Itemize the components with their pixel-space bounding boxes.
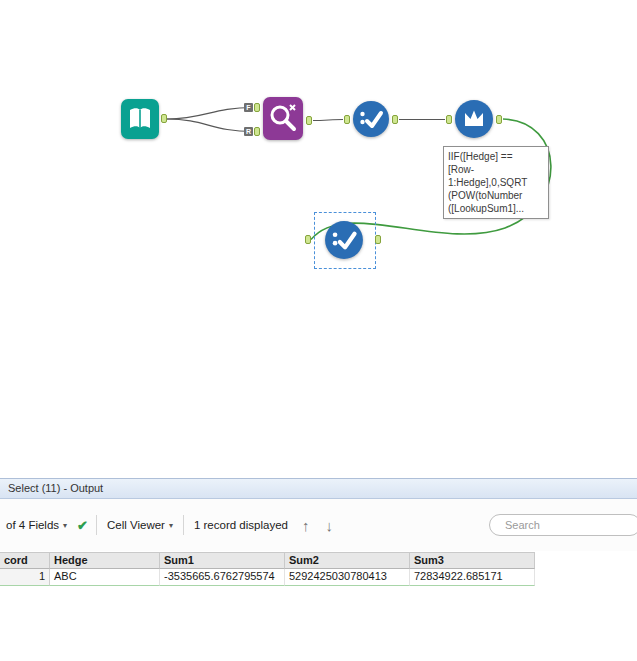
cell-sum3[interactable]: 72834922.685171	[410, 569, 535, 586]
chevron-down-icon: ▾	[169, 521, 173, 530]
tool-select[interactable]	[352, 100, 390, 142]
tool-select-output[interactable]	[324, 220, 364, 264]
anchor-label-f: F	[244, 103, 253, 112]
next-record-arrow-icon[interactable]: ↓	[317, 517, 341, 534]
anchor-select-output[interactable]	[392, 115, 398, 124]
find-replace-icon	[262, 95, 304, 142]
anchor-findreplace-r-input[interactable]	[254, 127, 260, 136]
anchor-output-select-output[interactable]	[375, 235, 381, 244]
results-panel-title: Select (11) - Output	[0, 479, 637, 499]
record-count-label: 1 record displayed	[188, 519, 294, 531]
select-output-icon	[324, 220, 364, 260]
tool-input-data[interactable]	[120, 97, 160, 145]
fields-dropdown-label: of 4 Fields	[6, 519, 59, 531]
tool-find-replace[interactable]	[262, 95, 304, 146]
chevron-down-icon: ▾	[63, 521, 67, 530]
column-header-sum2[interactable]: Sum2	[285, 552, 410, 569]
multi-row-formula-icon	[454, 99, 494, 139]
wire-findreplace-to-select	[313, 120, 343, 121]
column-header-sum1[interactable]: Sum1	[160, 552, 285, 569]
column-header-record[interactable]: cord	[0, 552, 50, 569]
wire-input-to-r	[167, 119, 253, 132]
grid-header-row: cord Hedge Sum1 Sum2 Sum3	[0, 552, 535, 569]
anchor-label-r: R	[244, 127, 253, 136]
wire-input-to-f	[167, 108, 253, 120]
tool-multi-row-formula[interactable]	[454, 99, 494, 143]
anchor-input-output[interactable]	[161, 114, 167, 123]
anchor-multirow-output[interactable]	[496, 115, 502, 124]
previous-record-arrow-icon[interactable]: ↑	[294, 517, 318, 534]
cell-hedge[interactable]: ABC	[50, 569, 160, 586]
table-row[interactable]: 1 ABC -3535665.6762795574 52924250307804…	[0, 569, 535, 586]
formula-annotation: IIF([Hedge] == [Row- 1:Hedge],0,SQRT (PO…	[443, 146, 549, 219]
select-icon	[352, 100, 390, 138]
cell-record-number[interactable]: 1	[0, 569, 50, 586]
cell-viewer-dropdown[interactable]: Cell Viewer ▾	[101, 519, 179, 531]
fields-dropdown[interactable]: of 4 Fields ▾	[0, 519, 73, 531]
search-input[interactable]	[503, 518, 637, 532]
toolbar-divider	[96, 515, 97, 535]
results-panel: Select (11) - Output of 4 Fields ▾ ✔ Cel…	[0, 478, 637, 661]
search-box[interactable]	[489, 514, 637, 536]
column-header-hedge[interactable]: Hedge	[50, 552, 160, 569]
input-data-icon	[120, 97, 160, 141]
results-grid: cord Hedge Sum1 Sum2 Sum3 1 ABC -3535665…	[0, 552, 535, 586]
cell-sum2[interactable]: 5292425030780413	[285, 569, 410, 586]
anchor-select-input[interactable]	[344, 115, 350, 124]
anchor-multirow-input[interactable]	[446, 115, 452, 124]
results-toolbar: of 4 Fields ▾ ✔ Cell Viewer ▾ 1 record d…	[0, 499, 637, 551]
toolbar-divider	[183, 515, 184, 535]
data-quality-check-icon[interactable]: ✔	[73, 518, 92, 533]
anchor-output-select-input[interactable]	[305, 235, 311, 244]
cell-viewer-label: Cell Viewer	[107, 519, 165, 531]
anchor-findreplace-output[interactable]	[306, 116, 312, 125]
column-header-sum3[interactable]: Sum3	[410, 552, 535, 569]
cell-sum1[interactable]: -3535665.6762795574	[160, 569, 285, 586]
anchor-findreplace-f-input[interactable]	[254, 103, 260, 112]
